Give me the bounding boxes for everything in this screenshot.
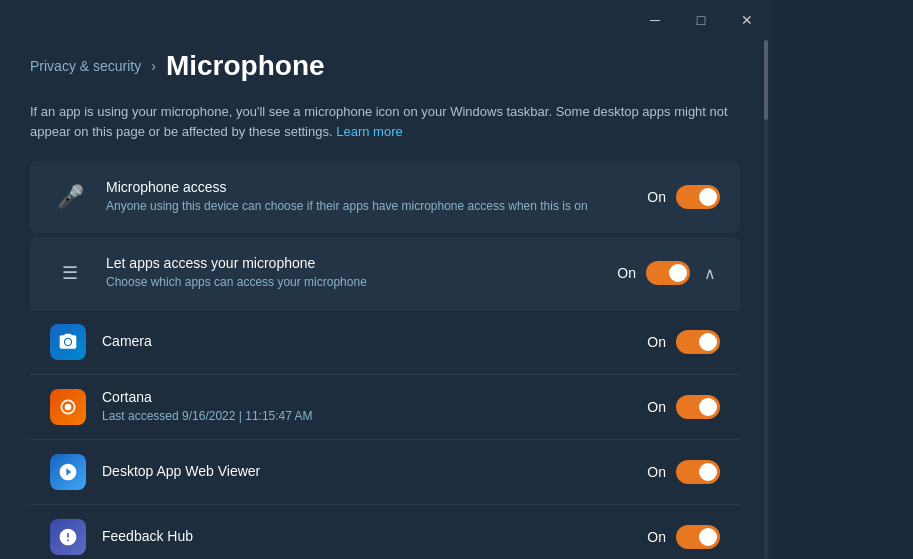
microphone-access-description: Anyone using this device can choose if t… xyxy=(106,198,630,215)
apps-access-group: ☰ Let apps access your microphone Choose… xyxy=(30,237,740,559)
camera-app-info: Camera xyxy=(102,333,630,352)
microphone-icon: 🎤 xyxy=(57,184,84,210)
feedback-app-toggle[interactable] xyxy=(676,525,720,549)
collapse-chevron-button[interactable]: ∧ xyxy=(700,260,720,287)
settings-window: ─ □ ✕ Privacy & security › Microphone If… xyxy=(0,0,770,559)
let-apps-access-header: ☰ Let apps access your microphone Choose… xyxy=(30,237,740,309)
camera-app-status: On xyxy=(646,334,666,350)
svg-point-0 xyxy=(65,339,71,345)
minimize-button[interactable]: ─ xyxy=(632,0,678,40)
svg-point-2 xyxy=(65,404,72,411)
page-description: If an app is using your microphone, you'… xyxy=(30,102,730,141)
apps-list-icon: ☰ xyxy=(62,262,78,284)
webapp-app-icon xyxy=(50,454,86,490)
cortana-app-controls: On xyxy=(646,395,720,419)
let-apps-access-controls: On ∧ xyxy=(616,260,720,287)
cortana-app-row: Cortana Last accessed 9/16/2022 | 11:15:… xyxy=(30,374,740,439)
microphone-access-controls: On xyxy=(646,185,720,209)
feedback-app-row: Feedback Hub On xyxy=(30,504,740,559)
breadcrumb-parent[interactable]: Privacy & security xyxy=(30,58,141,74)
camera-app-icon xyxy=(50,324,86,360)
maximize-button[interactable]: □ xyxy=(678,0,724,40)
let-apps-access-title: Let apps access your microphone xyxy=(106,255,600,271)
camera-app-row: Camera On xyxy=(30,309,740,374)
mic-icon-container: 🎤 xyxy=(50,177,90,217)
page-title: Microphone xyxy=(166,50,325,82)
feedback-app-controls: On xyxy=(646,525,720,549)
cortana-last-accessed: Last accessed 9/16/2022 | 11:15:47 AM xyxy=(102,408,630,425)
let-apps-access-status: On xyxy=(616,265,636,281)
camera-app-toggle[interactable] xyxy=(676,330,720,354)
microphone-access-title: Microphone access xyxy=(106,179,630,195)
feedback-app-status: On xyxy=(646,529,666,545)
cortana-app-status: On xyxy=(646,399,666,415)
webapp-app-info: Desktop App Web Viewer xyxy=(102,463,630,482)
apps-icon-container: ☰ xyxy=(50,253,90,293)
webapp-app-row: Desktop App Web Viewer On xyxy=(30,439,740,504)
microphone-access-status: On xyxy=(646,189,666,205)
webapp-app-toggle[interactable] xyxy=(676,460,720,484)
microphone-access-info: Microphone access Anyone using this devi… xyxy=(106,179,630,215)
microphone-access-card: 🎤 Microphone access Anyone using this de… xyxy=(30,161,740,233)
webapp-app-status: On xyxy=(646,464,666,480)
breadcrumb-separator: › xyxy=(151,58,156,74)
scrollbar-track xyxy=(764,40,768,559)
let-apps-access-toggle[interactable] xyxy=(646,261,690,285)
scrollbar-thumb[interactable] xyxy=(764,40,768,120)
scrollbar[interactable] xyxy=(762,40,770,559)
title-bar: ─ □ ✕ xyxy=(0,0,770,40)
cortana-app-name: Cortana xyxy=(102,389,630,405)
camera-app-controls: On xyxy=(646,330,720,354)
let-apps-access-info: Let apps access your microphone Choose w… xyxy=(106,255,600,291)
breadcrumb: Privacy & security › Microphone xyxy=(30,50,740,82)
let-apps-access-description: Choose which apps can access your microp… xyxy=(106,274,600,291)
feedback-app-info: Feedback Hub xyxy=(102,528,630,547)
close-button[interactable]: ✕ xyxy=(724,0,770,40)
camera-app-name: Camera xyxy=(102,333,630,349)
feedback-app-name: Feedback Hub xyxy=(102,528,630,544)
main-content: Privacy & security › Microphone If an ap… xyxy=(0,40,770,559)
cortana-app-icon xyxy=(50,389,86,425)
feedback-app-icon xyxy=(50,519,86,555)
cortana-app-info: Cortana Last accessed 9/16/2022 | 11:15:… xyxy=(102,389,630,425)
webapp-app-name: Desktop App Web Viewer xyxy=(102,463,630,479)
learn-more-link[interactable]: Learn more xyxy=(336,124,402,139)
cortana-app-toggle[interactable] xyxy=(676,395,720,419)
webapp-app-controls: On xyxy=(646,460,720,484)
microphone-access-toggle[interactable] xyxy=(676,185,720,209)
